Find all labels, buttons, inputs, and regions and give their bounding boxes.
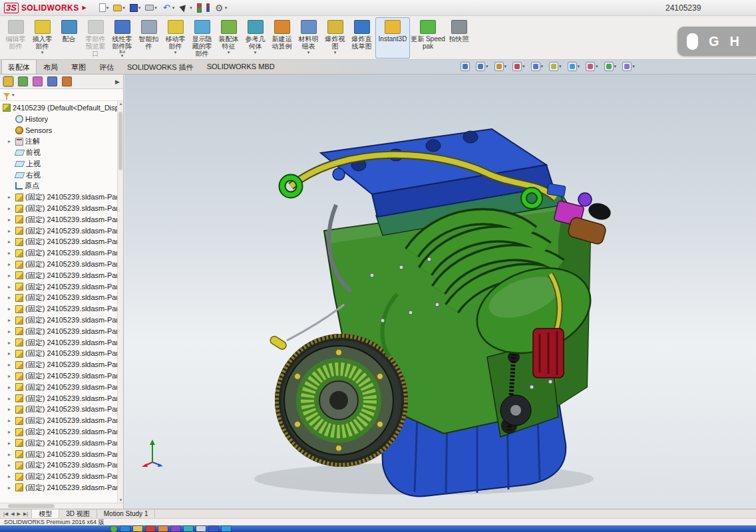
dropdown-caret-icon[interactable]: ▾ xyxy=(559,64,562,69)
insert-components-button[interactable]: 插入零部件 ▾ xyxy=(29,17,55,59)
section-view-icon[interactable]: ▾ xyxy=(512,62,525,71)
expand-arrow-icon[interactable]: ▸ xyxy=(8,317,13,323)
exploded-view-button[interactable]: 爆炸视图 ▾ xyxy=(322,17,348,59)
dropdown-caret-icon[interactable]: ▾ xyxy=(522,64,525,69)
expand-arrow-icon[interactable]: ▸ xyxy=(8,350,13,356)
tree-part-row[interactable]: ▸ (固定) 24105239.sldasm-Part-26 xyxy=(0,471,123,482)
component-preview-button[interactable]: 零部件预览窗口 xyxy=(83,17,108,59)
tab-dimxpertmanager[interactable] xyxy=(47,76,57,86)
tree-part-row[interactable]: ▸ (固定) 24105239.sldasm-Part-15 xyxy=(0,348,123,360)
tree-part-row[interactable]: ▸ (固定) 24105239.sldasm-Part-7 xyxy=(0,259,123,270)
tree-horizontal-scrollbar[interactable] xyxy=(0,503,123,509)
save-icon[interactable]: ▾ xyxy=(129,1,142,15)
panel-collapse-arrow-icon[interactable]: ▶ xyxy=(115,78,123,85)
expand-arrow-icon[interactable]: ▸ xyxy=(8,462,13,468)
tree-item[interactable]: History xyxy=(0,114,123,125)
rebuild-icon[interactable] xyxy=(196,1,202,15)
dropdown-caret-icon[interactable]: ▾ xyxy=(307,50,310,55)
print-icon[interactable]: ▾ xyxy=(144,1,158,15)
tab-3d-views[interactable]: 3D 视图 xyxy=(59,509,97,518)
view-settings-icon[interactable]: ▾ xyxy=(622,62,635,71)
tab-displaymanager[interactable] xyxy=(62,76,72,86)
graphics-area[interactable] xyxy=(124,74,756,509)
assembly-features-button[interactable]: 装配体特征 ▾ xyxy=(216,17,242,59)
previous-view-icon[interactable]: ▾ xyxy=(494,62,507,71)
tree-part-row[interactable]: ▸ (固定) 24105239.sldasm-Part-19 xyxy=(0,393,123,404)
tree-item[interactable]: ▸ 注解 xyxy=(0,136,123,147)
expand-arrow-icon[interactable]: ▸ xyxy=(8,418,13,424)
engine-3d-model[interactable] xyxy=(124,74,756,509)
linear-component-pattern-button[interactable]: 线性零部件阵列 ▾ xyxy=(109,17,135,59)
tree-part-row[interactable]: ▸ (固定) 24105239.sldasm-Part-12 xyxy=(0,315,123,326)
tab-nav-arrow-icon[interactable]: ◀ xyxy=(10,511,15,517)
expand-arrow-icon[interactable]: ▸ xyxy=(8,217,13,223)
tree-part-row[interactable]: ▸ (固定) 24105239.sldasm-Part-10 xyxy=(0,293,123,304)
dropdown-caret-icon[interactable]: ▾ xyxy=(632,64,635,69)
expand-arrow-icon[interactable]: ▸ xyxy=(8,396,13,402)
bill-of-materials-button[interactable]: 材料明细表 ▾ xyxy=(295,17,321,59)
open-icon[interactable]: ▾ xyxy=(112,1,126,15)
undo-icon[interactable]: ▾ xyxy=(161,1,176,15)
dropdown-caret-icon[interactable]: ▾ xyxy=(138,5,141,11)
tab-propertymanager[interactable] xyxy=(18,76,28,86)
tree-part-row[interactable]: ▸ (固定) 24105239.sldasm-Part-17 xyxy=(0,370,123,382)
taskbar-app-8[interactable] xyxy=(209,526,218,531)
instant3d-button[interactable]: Instant3D xyxy=(375,17,410,59)
tab-nav-arrow-icon[interactable]: ▶ xyxy=(17,511,21,517)
tree-item[interactable]: 原点 xyxy=(0,181,123,192)
dropdown-caret-icon[interactable]: ▾ xyxy=(504,64,507,69)
tree-part-row[interactable]: ▸ (固定) 24105239.sldasm-Part-14 xyxy=(0,337,123,348)
tree-part-row[interactable]: ▸ (固定) 24105239.sldasm-Part-5 xyxy=(0,237,123,248)
options-icon[interactable]: ▾ xyxy=(214,1,228,15)
zoom-to-area-icon[interactable]: ▾ xyxy=(476,62,488,71)
filter-icon[interactable] xyxy=(3,93,10,97)
taskbar-app-2[interactable] xyxy=(133,526,142,531)
expand-arrow-icon[interactable]: ▸ xyxy=(8,384,13,390)
tab-layout[interactable]: 布局 xyxy=(37,59,65,74)
tab-sketch[interactable]: 草图 xyxy=(65,59,93,74)
update-speedpak-button[interactable]: 更新 Speedpak xyxy=(411,17,445,59)
tree-part-row[interactable]: ▸ (固定) 24105239.sldasm-Part-3 xyxy=(0,214,123,225)
dropdown-caret-icon[interactable]: ▾ xyxy=(174,50,177,55)
tree-part-row[interactable]: ▸ (固定) 24105239.sldasm-Part-21 xyxy=(0,415,123,426)
tree-part-row[interactable]: ▸ (固定) 24105239.sldasm-Part-1 xyxy=(0,192,123,203)
taskbar-app-1[interactable] xyxy=(120,526,130,531)
expand-arrow-icon[interactable]: ▸ xyxy=(8,362,13,368)
taskbar-app-3[interactable] xyxy=(146,526,155,531)
expand-arrow-icon[interactable]: ▸ xyxy=(8,473,13,479)
dropdown-caret-icon[interactable]: ▾ xyxy=(190,5,192,11)
scroll-up-icon[interactable]: ▲ xyxy=(118,102,123,106)
tab-configurationmanager[interactable] xyxy=(33,76,43,86)
taskbar-app-6[interactable] xyxy=(184,526,193,531)
tab-nav-arrow-icon[interactable]: |◀ xyxy=(3,511,9,517)
expand-arrow-icon[interactable]: ▸ xyxy=(8,239,13,245)
display-style-icon[interactable]: ▾ xyxy=(549,62,562,71)
expand-arrow-icon[interactable]: ▸ xyxy=(8,340,13,346)
expand-arrow-icon[interactable]: ▸ xyxy=(8,273,13,279)
taskbar-app-5[interactable] xyxy=(171,526,180,531)
apply-scene-icon[interactable]: ▾ xyxy=(604,62,617,71)
expand-arrow-icon[interactable]: ▸ xyxy=(8,250,13,256)
dropdown-caret-icon[interactable]: ▾ xyxy=(172,5,175,11)
taskbar-app-4[interactable] xyxy=(158,526,168,531)
view-orientation-icon[interactable]: ▾ xyxy=(531,62,544,71)
tree-part-row[interactable]: ▸ (固定) 24105239.sldasm-Part-2 xyxy=(0,203,123,214)
edit-component-button[interactable]: 编辑零部件 xyxy=(3,17,29,59)
expand-arrow-icon[interactable]: ▸ xyxy=(8,329,13,334)
tree-part-row[interactable]: ▸ (固定) 24105239.sldasm-Part-22 xyxy=(0,426,123,438)
tree-part-row[interactable]: ▸ (固定) 24105239.sldasm-Part-16 xyxy=(0,359,123,370)
tree-item[interactable]: Sensors xyxy=(0,125,123,136)
expand-arrow-icon[interactable]: ▸ xyxy=(8,485,13,491)
expand-arrow-icon[interactable]: ▸ xyxy=(8,429,13,435)
show-hidden-components-button[interactable]: 显示隐藏的零部件 xyxy=(189,17,215,59)
tree-part-row[interactable]: ▸ (固定) 24105239.sldasm-Part-8 xyxy=(0,270,123,281)
dropdown-caret-icon[interactable]: ▾ xyxy=(154,5,157,11)
dropdown-caret-icon[interactable]: ▾ xyxy=(225,5,228,11)
expand-arrow-icon[interactable]: ▸ xyxy=(8,295,13,301)
tree-vertical-scrollbar[interactable]: ▲ ▼ xyxy=(117,101,123,503)
dropdown-caret-icon[interactable]: ▾ xyxy=(121,53,124,59)
taskbar-app-7[interactable] xyxy=(196,526,206,531)
tab-assembly[interactable]: 装配体 xyxy=(1,59,37,74)
tab-evaluate[interactable]: 评估 xyxy=(93,59,120,74)
dropdown-caret-icon[interactable]: ▾ xyxy=(596,64,598,69)
